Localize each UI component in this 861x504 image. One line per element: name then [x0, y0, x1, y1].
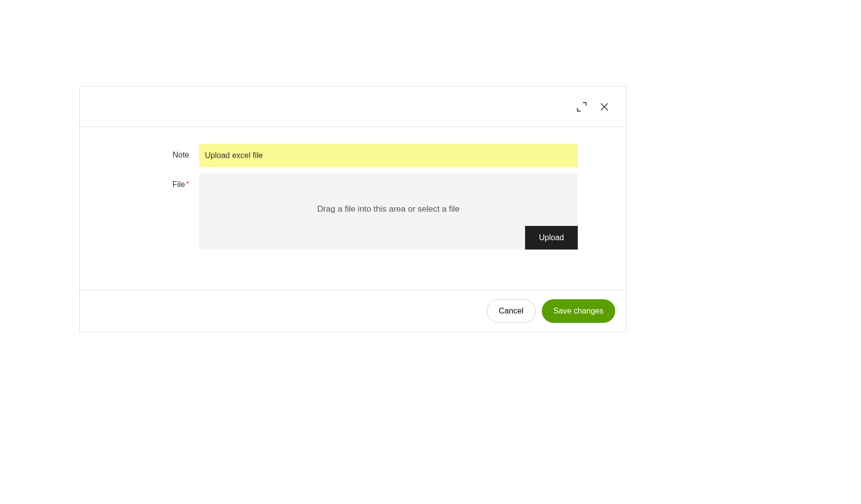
close-icon[interactable] [597, 100, 611, 114]
cancel-button[interactable]: Cancel [487, 299, 536, 323]
modal-footer: Cancel Save changes [80, 290, 626, 332]
modal-body: Note File* Drag a file into this area or… [80, 127, 626, 290]
note-input[interactable] [199, 144, 578, 167]
save-button[interactable]: Save changes [542, 299, 615, 323]
modal-header [80, 87, 626, 127]
upload-button[interactable]: Upload [525, 226, 578, 250]
file-drop-text: Drag a file into this area or select a f… [317, 204, 460, 214]
file-label-text: File [172, 180, 185, 189]
file-drop-area[interactable]: Drag a file into this area or select a f… [199, 173, 578, 250]
upload-modal: Note File* Drag a file into this area or… [79, 86, 627, 332]
expand-icon[interactable] [575, 100, 589, 114]
note-label: Note [80, 144, 199, 159]
required-marker: * [186, 180, 189, 189]
file-row: File* Drag a file into this area or sele… [80, 173, 626, 250]
file-label: File* [80, 173, 199, 189]
note-row: Note [80, 144, 626, 167]
